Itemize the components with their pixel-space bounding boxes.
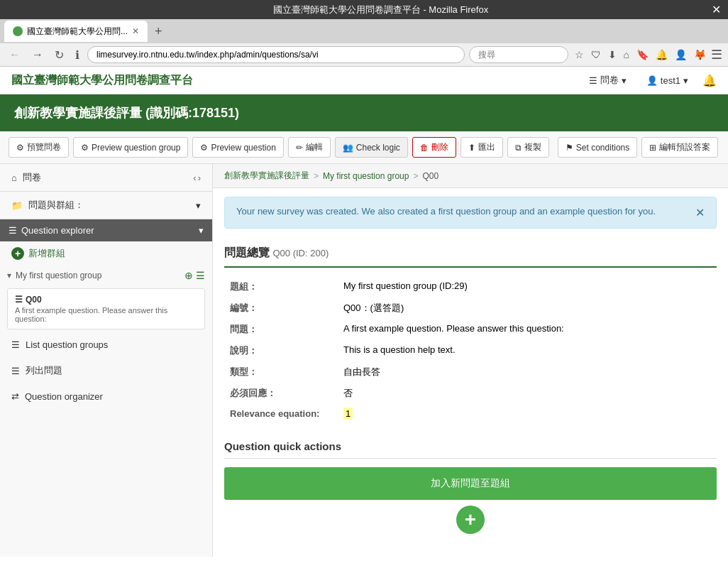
browser-tab-active[interactable]: 國立臺灣師範大學公用問... ✕	[4, 21, 148, 42]
question-card[interactable]: ☰ Q00 A first example question. Please a…	[7, 288, 205, 329]
field-label: 類型：	[224, 361, 338, 383]
field-label: Relevance equation:	[224, 404, 338, 423]
plus-icon: +	[465, 510, 476, 530]
section-title: 問題總覽 Q00 (ID: 200)	[224, 246, 717, 268]
breadcrumb-sep2: >	[413, 171, 418, 181]
organizer-icon: ⇄	[11, 391, 19, 402]
qexplorer-header[interactable]: ☰ Question explorer ▾	[0, 219, 212, 241]
notification-icon[interactable]: 🔔	[653, 47, 670, 62]
eye-group-icon: ⚙	[81, 143, 89, 153]
chev-left-icon[interactable]: ‹	[193, 173, 196, 183]
tab-label: 國立臺灣師範大學公用問...	[27, 26, 128, 38]
delete-button[interactable]: 🗑 刪除	[412, 137, 456, 158]
home-icon[interactable]: ⌂	[622, 47, 632, 62]
hamburger-menu[interactable]: ☰	[711, 47, 722, 62]
user-caret: ▾	[683, 75, 688, 86]
survey-titlebar: 創新教學實施課後評量 (識別碼:178151)	[0, 94, 728, 131]
nav-forward-button[interactable]: →	[28, 47, 47, 62]
content-area: 創新教學實施課後評量 > My first question group > Q…	[213, 164, 728, 557]
field-value: 否	[338, 383, 717, 404]
list-groups-icon: ☰	[11, 339, 20, 350]
app-header: 國立臺灣師範大學公用問卷調查平台 ☰ 問卷 ▾ 👤 test1 ▾ 🔔	[0, 67, 728, 94]
info-table: 題組：My first question group (ID:29)編號：Q00…	[224, 276, 717, 423]
sidebar-item-list-questions[interactable]: ☰ 列出問題	[0, 357, 212, 384]
browser-close-button[interactable]: ✕	[712, 3, 721, 16]
sidebar: ⌂ 問卷 ‹ › 📁 問題與群組： ▾ ☰ Question explorer …	[0, 164, 213, 557]
table-row: Relevance equation:1	[224, 404, 717, 423]
new-tab-button[interactable]: +	[150, 24, 167, 39]
url-bar[interactable]	[87, 46, 465, 63]
check-logic-button[interactable]: 👥 Check logic	[335, 137, 408, 158]
alert-text: Your new survey was created. We also cre…	[236, 206, 656, 217]
user-menu-button[interactable]: 👤 test1 ▾	[641, 72, 694, 89]
trash-icon: 🗑	[420, 143, 429, 153]
eye-question-icon: ⚙	[200, 143, 208, 153]
sidebar-problems-section: 📁 問題與群組： ▾	[0, 192, 212, 219]
plus-circle-icon: +	[11, 247, 24, 260]
field-value: 1	[338, 404, 717, 423]
folder-icon: 📁	[11, 200, 23, 211]
sidebar-survey-section: ⌂ 問卷 ‹ ›	[0, 164, 212, 192]
add-question-button[interactable]: 加入新問題至題組	[224, 467, 717, 500]
bookmark-icon[interactable]: ☆	[573, 47, 586, 62]
question-meta: Q00 (ID: 200)	[272, 248, 329, 258]
group-add-icon[interactable]: ⊕	[184, 270, 193, 281]
group-item: ▾ My first question group ⊕ ☰	[0, 266, 212, 285]
preview-group-button[interactable]: ⚙ Preview question group	[73, 137, 188, 158]
breadcrumb-level3: Q00	[422, 171, 439, 181]
table-row: 必須回應：否	[224, 383, 717, 404]
alert-close-button[interactable]: ✕	[695, 206, 705, 219]
sidebar-item-survey[interactable]: ⌂ 問卷 ‹ ›	[0, 164, 212, 191]
notification-bell-icon[interactable]: 🔔	[702, 74, 717, 87]
survey-menu-icon: ☰	[589, 75, 597, 86]
group-list-icon[interactable]: ☰	[196, 270, 205, 281]
list-icon: ☰	[9, 225, 17, 236]
preview-survey-button[interactable]: ⚙ 預覽問卷	[9, 137, 69, 158]
user-icon: 👤	[646, 75, 658, 86]
new-group-button[interactable]: + 新增群組	[0, 241, 212, 266]
chev-right-icon[interactable]: ›	[198, 173, 201, 183]
quick-actions-section: Question quick actions 加入新問題至題組 +	[213, 432, 728, 542]
caret-down-icon: ▾	[196, 200, 201, 211]
grid-icon: ⊞	[649, 143, 656, 153]
table-row: 編號：Q00：(選答題)	[224, 298, 717, 319]
set-conditions-button[interactable]: ⚑ Set conditions	[558, 137, 637, 158]
firefox-icon[interactable]: 🦊	[692, 47, 708, 62]
survey-menu-button[interactable]: ☰ 問卷 ▾	[583, 71, 632, 89]
action-toolbar: ⚙ 預覽問卷 ⚙ Preview question group ⚙ Previe…	[0, 131, 728, 164]
search-bar[interactable]	[469, 46, 568, 63]
sidebar-item-problems[interactable]: 📁 問題與群組： ▾	[0, 192, 212, 219]
preview-question-button[interactable]: ⚙ Preview question	[192, 137, 283, 158]
field-label: 必須回應：	[224, 383, 338, 404]
export-icon: ⬆	[468, 143, 475, 153]
tab-close-button[interactable]: ✕	[132, 26, 139, 36]
field-value: My first question group (ID:29)	[338, 276, 717, 298]
table-row: 問題：A first example question. Please answ…	[224, 319, 717, 340]
table-row: 說明：This is a question help text.	[224, 340, 717, 361]
pocket-icon[interactable]: 🔖	[634, 47, 651, 62]
gear-icon: ⚙	[16, 143, 24, 153]
table-row: 類型：自由長答	[224, 361, 717, 383]
browser-tabbar: 國立臺灣師範大學公用問... ✕ +	[0, 19, 728, 43]
breadcrumb-level1[interactable]: 創新教學實施課後評量	[224, 170, 309, 182]
nav-refresh-button[interactable]: ↻	[51, 47, 67, 63]
copy-button[interactable]: ⧉ 複製	[507, 137, 549, 158]
edit-defaults-button[interactable]: ⊞ 編輯預設答案	[641, 137, 718, 158]
field-label: 編號：	[224, 298, 338, 319]
breadcrumb-level2[interactable]: My first question group	[323, 171, 409, 181]
add-question-label: 加入新問題至題組	[431, 477, 510, 490]
sidebar-item-organizer[interactable]: ⇄ Question organizer	[0, 384, 212, 409]
sidebar-item-list-groups[interactable]: ☰ List question groups	[0, 332, 212, 357]
qexplorer-caret-icon: ▾	[199, 225, 204, 236]
export-button[interactable]: ⬆ 匯出	[460, 137, 503, 158]
shield-icon[interactable]: 🛡	[589, 47, 603, 62]
nav-info-button[interactable]: ℹ	[72, 47, 83, 63]
download-icon[interactable]: ⬇	[606, 47, 619, 62]
home-icon: ⌂	[11, 173, 17, 183]
edit-button[interactable]: ✏ 編輯	[288, 137, 331, 158]
group-expand-icon[interactable]: ▾	[7, 271, 11, 280]
account-icon[interactable]: 👤	[673, 47, 689, 62]
breadcrumb-sep1: >	[314, 171, 319, 181]
nav-back-button[interactable]: ←	[6, 47, 24, 62]
add-question-plus-button[interactable]: +	[456, 506, 485, 534]
